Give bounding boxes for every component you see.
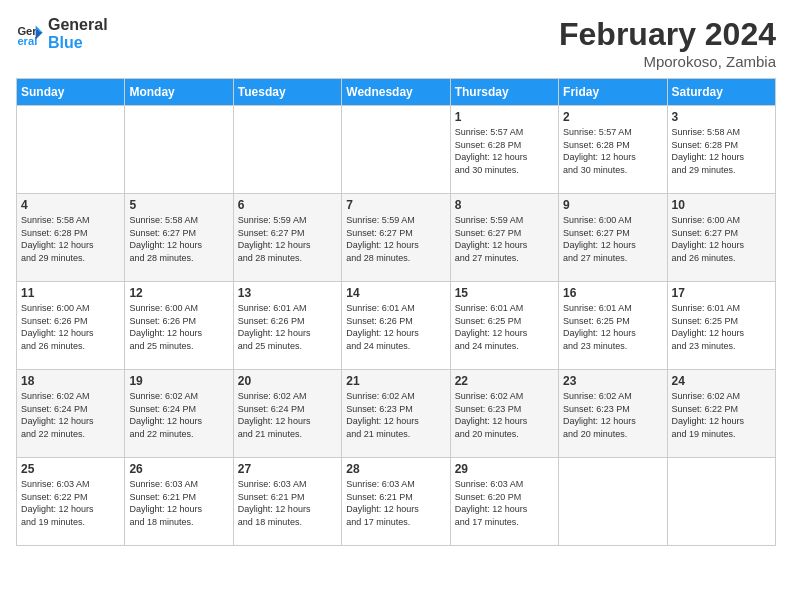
calendar-cell: 5Sunrise: 5:58 AM Sunset: 6:27 PM Daylig…	[125, 194, 233, 282]
day-content: Sunrise: 6:00 AM Sunset: 6:26 PM Dayligh…	[129, 302, 228, 352]
calendar-header-saturday: Saturday	[667, 79, 775, 106]
day-content: Sunrise: 6:02 AM Sunset: 6:23 PM Dayligh…	[563, 390, 662, 440]
day-content: Sunrise: 6:01 AM Sunset: 6:26 PM Dayligh…	[238, 302, 337, 352]
calendar-cell: 6Sunrise: 5:59 AM Sunset: 6:27 PM Daylig…	[233, 194, 341, 282]
calendar-week-5: 25Sunrise: 6:03 AM Sunset: 6:22 PM Dayli…	[17, 458, 776, 546]
day-content: Sunrise: 6:02 AM Sunset: 6:24 PM Dayligh…	[21, 390, 120, 440]
calendar-cell: 7Sunrise: 5:59 AM Sunset: 6:27 PM Daylig…	[342, 194, 450, 282]
calendar-header-tuesday: Tuesday	[233, 79, 341, 106]
calendar-header-sunday: Sunday	[17, 79, 125, 106]
day-number: 4	[21, 198, 120, 212]
day-content: Sunrise: 6:03 AM Sunset: 6:20 PM Dayligh…	[455, 478, 554, 528]
day-content: Sunrise: 6:01 AM Sunset: 6:25 PM Dayligh…	[672, 302, 771, 352]
calendar-week-3: 11Sunrise: 6:00 AM Sunset: 6:26 PM Dayli…	[17, 282, 776, 370]
logo-text-general: General	[48, 16, 108, 34]
calendar-cell	[125, 106, 233, 194]
calendar-table: SundayMondayTuesdayWednesdayThursdayFrid…	[16, 78, 776, 546]
page-header: Gen eral General Blue February 2024 Mpor…	[16, 16, 776, 70]
day-content: Sunrise: 6:03 AM Sunset: 6:21 PM Dayligh…	[238, 478, 337, 528]
day-content: Sunrise: 6:03 AM Sunset: 6:22 PM Dayligh…	[21, 478, 120, 528]
title-block: February 2024 Mporokoso, Zambia	[559, 16, 776, 70]
day-number: 8	[455, 198, 554, 212]
day-number: 12	[129, 286, 228, 300]
day-content: Sunrise: 6:02 AM Sunset: 6:23 PM Dayligh…	[455, 390, 554, 440]
calendar-body: 1Sunrise: 5:57 AM Sunset: 6:28 PM Daylig…	[17, 106, 776, 546]
calendar-header-monday: Monday	[125, 79, 233, 106]
day-number: 6	[238, 198, 337, 212]
calendar-cell: 16Sunrise: 6:01 AM Sunset: 6:25 PM Dayli…	[559, 282, 667, 370]
svg-text:eral: eral	[17, 35, 37, 47]
calendar-cell: 20Sunrise: 6:02 AM Sunset: 6:24 PM Dayli…	[233, 370, 341, 458]
day-number: 24	[672, 374, 771, 388]
day-content: Sunrise: 5:58 AM Sunset: 6:28 PM Dayligh…	[672, 126, 771, 176]
day-content: Sunrise: 5:59 AM Sunset: 6:27 PM Dayligh…	[455, 214, 554, 264]
calendar-cell	[342, 106, 450, 194]
day-content: Sunrise: 6:00 AM Sunset: 6:27 PM Dayligh…	[563, 214, 662, 264]
location-title: Mporokoso, Zambia	[559, 53, 776, 70]
calendar-cell: 28Sunrise: 6:03 AM Sunset: 6:21 PM Dayli…	[342, 458, 450, 546]
calendar-cell: 3Sunrise: 5:58 AM Sunset: 6:28 PM Daylig…	[667, 106, 775, 194]
day-number: 14	[346, 286, 445, 300]
day-number: 10	[672, 198, 771, 212]
logo-text-blue: Blue	[48, 34, 108, 52]
calendar-cell	[233, 106, 341, 194]
day-number: 19	[129, 374, 228, 388]
calendar-cell: 24Sunrise: 6:02 AM Sunset: 6:22 PM Dayli…	[667, 370, 775, 458]
day-number: 2	[563, 110, 662, 124]
calendar-cell: 26Sunrise: 6:03 AM Sunset: 6:21 PM Dayli…	[125, 458, 233, 546]
day-content: Sunrise: 5:57 AM Sunset: 6:28 PM Dayligh…	[563, 126, 662, 176]
calendar-cell: 2Sunrise: 5:57 AM Sunset: 6:28 PM Daylig…	[559, 106, 667, 194]
day-number: 3	[672, 110, 771, 124]
day-content: Sunrise: 6:00 AM Sunset: 6:27 PM Dayligh…	[672, 214, 771, 264]
day-number: 9	[563, 198, 662, 212]
day-number: 26	[129, 462, 228, 476]
day-content: Sunrise: 5:59 AM Sunset: 6:27 PM Dayligh…	[346, 214, 445, 264]
calendar-cell: 27Sunrise: 6:03 AM Sunset: 6:21 PM Dayli…	[233, 458, 341, 546]
day-number: 29	[455, 462, 554, 476]
day-number: 23	[563, 374, 662, 388]
calendar-cell: 17Sunrise: 6:01 AM Sunset: 6:25 PM Dayli…	[667, 282, 775, 370]
calendar-cell: 11Sunrise: 6:00 AM Sunset: 6:26 PM Dayli…	[17, 282, 125, 370]
day-content: Sunrise: 6:01 AM Sunset: 6:25 PM Dayligh…	[563, 302, 662, 352]
calendar-header-wednesday: Wednesday	[342, 79, 450, 106]
day-number: 20	[238, 374, 337, 388]
day-number: 11	[21, 286, 120, 300]
month-year-title: February 2024	[559, 16, 776, 53]
day-number: 15	[455, 286, 554, 300]
calendar-cell: 21Sunrise: 6:02 AM Sunset: 6:23 PM Dayli…	[342, 370, 450, 458]
day-number: 27	[238, 462, 337, 476]
calendar-cell: 13Sunrise: 6:01 AM Sunset: 6:26 PM Dayli…	[233, 282, 341, 370]
calendar-cell: 15Sunrise: 6:01 AM Sunset: 6:25 PM Dayli…	[450, 282, 558, 370]
day-number: 1	[455, 110, 554, 124]
day-content: Sunrise: 6:03 AM Sunset: 6:21 PM Dayligh…	[129, 478, 228, 528]
calendar-cell: 18Sunrise: 6:02 AM Sunset: 6:24 PM Dayli…	[17, 370, 125, 458]
calendar-header-friday: Friday	[559, 79, 667, 106]
calendar-cell: 1Sunrise: 5:57 AM Sunset: 6:28 PM Daylig…	[450, 106, 558, 194]
calendar-header-thursday: Thursday	[450, 79, 558, 106]
day-number: 13	[238, 286, 337, 300]
calendar-cell	[17, 106, 125, 194]
svg-marker-3	[36, 29, 43, 39]
calendar-week-2: 4Sunrise: 5:58 AM Sunset: 6:28 PM Daylig…	[17, 194, 776, 282]
day-content: Sunrise: 5:59 AM Sunset: 6:27 PM Dayligh…	[238, 214, 337, 264]
day-number: 17	[672, 286, 771, 300]
day-number: 28	[346, 462, 445, 476]
day-number: 5	[129, 198, 228, 212]
day-content: Sunrise: 6:02 AM Sunset: 6:22 PM Dayligh…	[672, 390, 771, 440]
day-content: Sunrise: 6:02 AM Sunset: 6:23 PM Dayligh…	[346, 390, 445, 440]
day-content: Sunrise: 6:01 AM Sunset: 6:26 PM Dayligh…	[346, 302, 445, 352]
calendar-cell: 19Sunrise: 6:02 AM Sunset: 6:24 PM Dayli…	[125, 370, 233, 458]
day-number: 18	[21, 374, 120, 388]
day-content: Sunrise: 6:00 AM Sunset: 6:26 PM Dayligh…	[21, 302, 120, 352]
calendar-cell: 4Sunrise: 5:58 AM Sunset: 6:28 PM Daylig…	[17, 194, 125, 282]
day-number: 21	[346, 374, 445, 388]
calendar-week-1: 1Sunrise: 5:57 AM Sunset: 6:28 PM Daylig…	[17, 106, 776, 194]
day-number: 7	[346, 198, 445, 212]
calendar-cell: 22Sunrise: 6:02 AM Sunset: 6:23 PM Dayli…	[450, 370, 558, 458]
day-content: Sunrise: 6:01 AM Sunset: 6:25 PM Dayligh…	[455, 302, 554, 352]
day-number: 16	[563, 286, 662, 300]
logo-icon: Gen eral	[16, 20, 44, 48]
day-content: Sunrise: 5:58 AM Sunset: 6:27 PM Dayligh…	[129, 214, 228, 264]
calendar-cell	[559, 458, 667, 546]
day-content: Sunrise: 5:58 AM Sunset: 6:28 PM Dayligh…	[21, 214, 120, 264]
